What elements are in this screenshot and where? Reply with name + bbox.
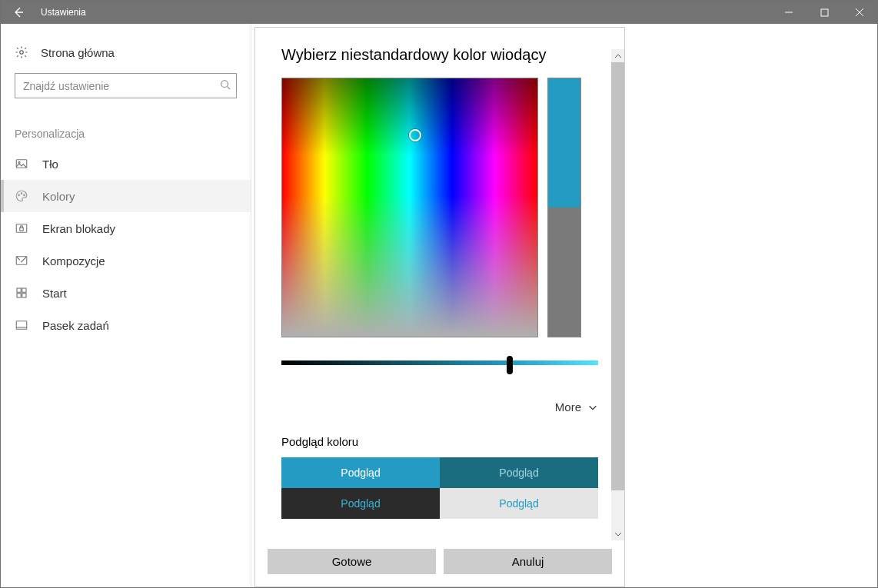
scrollbar[interactable] (611, 49, 624, 540)
scroll-track[interactable] (611, 62, 624, 527)
svg-point-5 (221, 80, 228, 87)
more-label: More (555, 400, 581, 414)
preview-selected-color (548, 78, 580, 208)
picker-title: Wybierz niestandardowy kolor wiodący (281, 46, 598, 64)
sidebar-item-themes[interactable]: Kompozycje (1, 244, 251, 277)
sidebar-home-label: Strona główna (41, 46, 115, 59)
chevron-down-icon (587, 402, 598, 413)
sidebar-item-label: Start (42, 287, 67, 300)
scroll-thumb[interactable] (611, 62, 624, 490)
chevron-down-icon (614, 530, 622, 538)
maximize-icon (820, 8, 829, 17)
sidebar-item-background[interactable]: Tło (1, 148, 251, 180)
search-icon (220, 79, 231, 93)
close-icon (855, 8, 864, 17)
value-slider[interactable] (281, 360, 598, 370)
value-track (281, 360, 598, 365)
preview-cell-light-bg: Podgląd (440, 488, 598, 519)
svg-point-10 (21, 193, 22, 194)
hue-sat-field[interactable] (281, 78, 538, 337)
sidebar-item-label: Ekran blokady (42, 222, 115, 235)
color-picker-panel: Wybierz niestandardowy kolor wiodący (254, 27, 625, 587)
more-toggle[interactable]: More (281, 400, 598, 414)
minimize-button[interactable] (771, 1, 806, 24)
picker-footer: Gotowe Anuluj (255, 540, 624, 586)
done-button[interactable]: Gotowe (268, 549, 436, 574)
sidebar-item-label: Kolory (42, 190, 75, 203)
preview-cell-dark-accent: Podgląd (440, 457, 598, 488)
svg-rect-18 (22, 294, 26, 297)
svg-rect-1 (821, 9, 828, 16)
picker-row (281, 78, 598, 337)
scroll-up-button[interactable] (611, 49, 624, 62)
palette-icon (15, 189, 28, 203)
search-wrap (1, 67, 251, 105)
start-icon (15, 286, 28, 300)
sidebar-item-lockscreen[interactable]: Ekran blokady (1, 212, 251, 244)
blank-area (625, 24, 877, 587)
svg-point-9 (18, 194, 20, 196)
arrow-left-icon (12, 6, 25, 18)
close-button[interactable] (842, 1, 877, 24)
sidebar-item-label: Kompozycje (42, 254, 105, 267)
window-body: Strona główna Personalizacja Tło (1, 24, 877, 587)
sidebar-item-start[interactable]: Start (1, 277, 251, 309)
taskbar-icon (15, 318, 28, 332)
preview-column (547, 78, 581, 337)
settings-window: Ustawienia Strona główna (0, 0, 878, 588)
sidebar: Strona główna Personalizacja Tło (1, 24, 251, 587)
svg-rect-19 (16, 321, 27, 330)
search-input[interactable] (15, 73, 237, 98)
back-button[interactable] (1, 6, 36, 18)
gear-icon (15, 45, 28, 59)
cancel-button[interactable]: Anuluj (444, 549, 612, 574)
window-controls (771, 1, 877, 24)
preview-cell-light-accent: Podgląd (281, 457, 440, 488)
maximize-button[interactable] (806, 1, 842, 24)
svg-point-11 (24, 194, 25, 196)
preview-neutral-color (548, 208, 580, 337)
preview-section-label: Podgląd koloru (281, 435, 598, 448)
svg-line-6 (228, 86, 231, 89)
titlebar: Ustawienia (1, 1, 877, 24)
preview-cell-dark-bg: Podgląd (281, 488, 440, 519)
sidebar-home[interactable]: Strona główna (1, 38, 251, 67)
svg-rect-13 (20, 228, 24, 231)
sidebar-item-taskbar[interactable]: Pasek zadań (1, 309, 251, 341)
window-title: Ustawienia (36, 7, 86, 18)
hue-sat-cursor[interactable] (409, 129, 421, 141)
sidebar-item-label: Tło (42, 158, 58, 171)
minimize-icon (784, 8, 793, 17)
preview-grid: Podgląd Podgląd Podgląd Podgląd (281, 457, 598, 519)
sidebar-item-label: Pasek zadań (42, 319, 109, 332)
lockscreen-icon (15, 221, 28, 235)
svg-rect-16 (22, 288, 26, 292)
value-thumb[interactable] (507, 356, 513, 374)
chevron-up-icon (614, 52, 622, 60)
svg-rect-15 (17, 288, 21, 292)
sidebar-section-label: Personalizacja (1, 105, 251, 148)
scroll-down-button[interactable] (611, 527, 624, 540)
picker-scroll-area: Wybierz niestandardowy kolor wiodący (255, 28, 624, 540)
sidebar-item-colors[interactable]: Kolory (1, 180, 251, 212)
themes-icon (15, 254, 28, 267)
svg-rect-17 (17, 294, 21, 297)
titlebar-left: Ustawienia (1, 1, 86, 24)
svg-point-4 (20, 51, 24, 55)
content-area: Wybierz niestandardowy kolor wiodący (251, 24, 877, 587)
image-icon (15, 157, 28, 171)
